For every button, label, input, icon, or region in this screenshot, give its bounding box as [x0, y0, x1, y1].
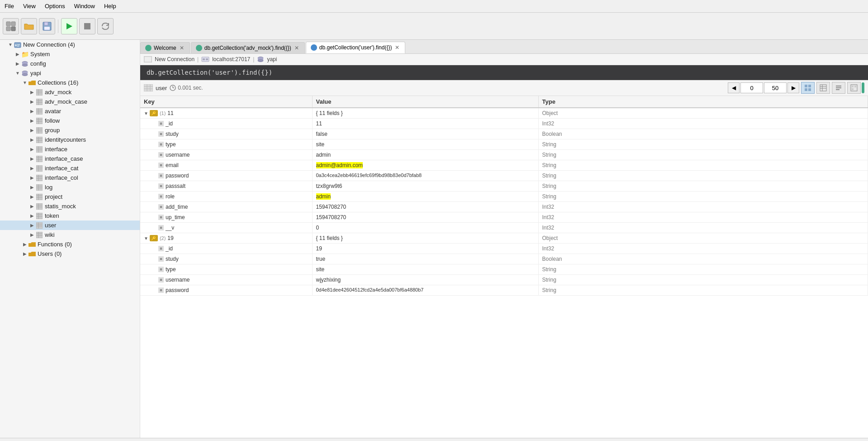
tree-interface-cat[interactable]: ▶ interface_cat [0, 163, 140, 173]
interface-col-label: interface_col [45, 174, 78, 181]
tree-users-node[interactable]: ▶ Users (0) [0, 249, 140, 259]
system-folder-icon: 📁 [21, 51, 29, 58]
field-password-type: String [538, 171, 868, 181]
tab-welcome-label: Welcome [154, 45, 176, 51]
tab-adv-mock[interactable]: db.getCollection('adv_mock').find({}) ✕ [191, 42, 305, 53]
row2-fields: { 11 fields } [312, 233, 538, 244]
save-button[interactable] [39, 18, 55, 34]
tree-yapi[interactable]: ▼ yapi [0, 68, 140, 78]
email-highlight: admin@admin.com [316, 162, 363, 168]
user-label: user [45, 222, 56, 229]
table-view-button[interactable] [816, 82, 830, 94]
row1-num: (1) [160, 110, 166, 116]
field-up-time-value: 1594708270 [312, 212, 538, 223]
field-add-time-key: add_time [166, 204, 188, 210]
open-button[interactable] [21, 18, 37, 34]
tree-identitycounters[interactable]: ▶ identitycounters [0, 135, 140, 144]
tree-root[interactable]: ▼ New Connection (4) [0, 40, 140, 49]
tab-welcome-icon [145, 45, 152, 51]
tree-config[interactable]: ▶ config [0, 59, 140, 68]
tree-project[interactable]: ▶ project [0, 192, 140, 201]
svg-rect-99 [805, 85, 807, 87]
tree-adv-mock-case[interactable]: ▶ adv_mock_case [0, 97, 140, 106]
host-label: localhost:27017 [212, 56, 250, 62]
user-table-icon [35, 222, 43, 229]
tree-log[interactable]: ▶ log [0, 182, 140, 192]
collections-label: Collections (16) [38, 79, 78, 86]
field-study-type: Boolean [538, 129, 868, 139]
interface-case-table-icon [35, 156, 43, 162]
row1-expand[interactable]: ▼ [144, 111, 148, 116]
custom-view-button[interactable] [847, 82, 861, 94]
prev-page-button[interactable]: ◀ [728, 82, 740, 93]
svg-rect-113 [852, 88, 854, 90]
log-table-icon [35, 184, 43, 191]
tree-interface[interactable]: ▶ interface [0, 144, 140, 154]
content-area: Welcome ✕ db.getCollection('adv_mock').f… [140, 40, 868, 438]
page-size-input[interactable] [764, 82, 787, 93]
svg-rect-59 [36, 184, 43, 191]
tree-group[interactable]: ▶ group [0, 125, 140, 135]
grid-view-button[interactable] [801, 82, 815, 94]
svg-rect-87 [206, 58, 208, 60]
row2-field-password-type: String [538, 285, 868, 296]
interface-cat-label: interface_cat [45, 165, 78, 172]
conn-sep2: | [253, 56, 254, 62]
field-icon: ≡ [158, 183, 164, 189]
menu-options[interactable]: Options [40, 1, 70, 11]
page-current-input[interactable] [740, 82, 763, 93]
tab-welcome-close[interactable]: ✕ [179, 45, 185, 51]
table-row: ≡ username admin String [140, 150, 868, 160]
tab-welcome[interactable]: Welcome ✕ [140, 42, 190, 53]
query-editor[interactable]: db.getCollection('user').find({}) [140, 65, 868, 80]
menu-help[interactable]: Help [100, 1, 121, 11]
next-page-button[interactable]: ▶ [787, 82, 799, 93]
refresh-button[interactable] [97, 18, 114, 34]
new-connection-button[interactable] [3, 18, 19, 34]
field-up-time-type: Int32 [538, 212, 868, 223]
field-type-key: type [166, 141, 176, 148]
svg-rect-5 [44, 22, 48, 25]
run-button[interactable] [61, 18, 77, 34]
tree-system[interactable]: ▶ 📁 System [0, 49, 140, 59]
row2-field-study-key: study [166, 256, 179, 262]
tree-wiki[interactable]: ▶ wiki [0, 230, 140, 240]
row1-id: 11 [167, 110, 173, 116]
field-v-key: __v [166, 225, 174, 231]
tree-token[interactable]: ▶ token [0, 211, 140, 220]
avatar-label: avatar [45, 108, 61, 115]
svg-point-15 [22, 64, 28, 66]
tree-functions[interactable]: ▶ Functions (0) [0, 240, 140, 249]
field-password-value: 0a3c4cea2ebb46619efc69f9bd98b83e0d7bfab8 [312, 171, 538, 181]
text-view-button[interactable] [832, 82, 845, 94]
avatar-table-icon [35, 108, 43, 115]
field-icon: ≡ [158, 288, 164, 293]
system-label: System [30, 51, 50, 58]
row2-field-id-type: Int32 [538, 244, 868, 254]
tab-user-close[interactable]: ✕ [394, 44, 400, 51]
tree-avatar[interactable]: ▶ avatar [0, 106, 140, 116]
tree-follow[interactable]: ▶ follow [0, 116, 140, 125]
yapi-db-icon [21, 70, 29, 77]
table-row: ▼ 🔑 (2) 19 { 11 fields } Object [140, 233, 868, 244]
tree-user[interactable]: ▶ user [0, 220, 140, 230]
stop-button[interactable] [79, 18, 95, 34]
tree-collections[interactable]: ▼ Collections (16) [0, 78, 140, 87]
value-column-header: Value [312, 96, 538, 108]
field-id-type: Int32 [538, 119, 868, 129]
users-node-folder-icon [28, 251, 36, 257]
menu-view[interactable]: View [19, 1, 40, 11]
tree-interface-col[interactable]: ▶ interface_col [0, 173, 140, 182]
tree-adv-mock[interactable]: ▶ adv_mock [0, 87, 140, 97]
field-password-key: password [166, 173, 189, 179]
svg-rect-3 [11, 27, 15, 31]
tree-interface-case[interactable]: ▶ interface_case [0, 154, 140, 163]
menu-file[interactable]: File [0, 1, 19, 11]
svg-rect-79 [36, 232, 43, 238]
table-row: ≡ _id 19 Int32 [140, 244, 868, 254]
tab-user[interactable]: db.getCollection('user').find({}) ✕ [306, 42, 406, 53]
tree-statis-mock[interactable]: ▶ statis_mock [0, 201, 140, 211]
menu-window[interactable]: Window [70, 1, 100, 11]
row2-expand[interactable]: ▼ [144, 236, 148, 241]
tab-adv-mock-close[interactable]: ✕ [294, 45, 300, 51]
